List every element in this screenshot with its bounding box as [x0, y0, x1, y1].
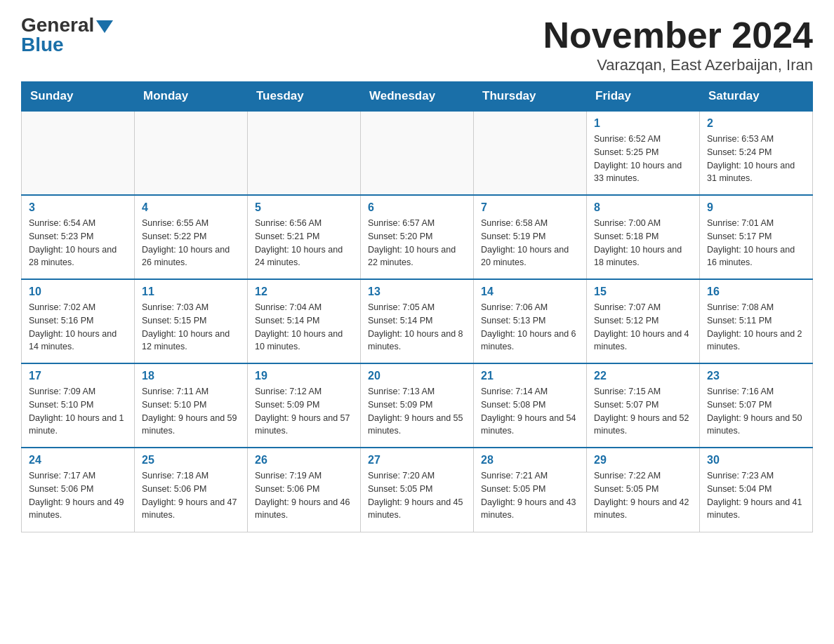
- day-info: Sunrise: 7:08 AMSunset: 5:11 PMDaylight:…: [707, 301, 805, 354]
- day-number: 26: [255, 454, 353, 467]
- calendar-cell: 28Sunrise: 7:21 AMSunset: 5:05 PMDayligh…: [474, 448, 587, 532]
- day-number: 8: [594, 201, 692, 214]
- day-header-sunday: Sunday: [22, 82, 135, 112]
- day-number: 20: [368, 370, 466, 382]
- day-info: Sunrise: 7:22 AMSunset: 5:05 PMDaylight:…: [594, 469, 692, 522]
- day-number: 5: [255, 201, 353, 214]
- calendar-cell: 8Sunrise: 7:00 AMSunset: 5:18 PMDaylight…: [587, 195, 700, 279]
- day-number: 17: [29, 370, 127, 382]
- day-info: Sunrise: 6:53 AMSunset: 5:24 PMDaylight:…: [707, 133, 805, 185]
- calendar-cell: 25Sunrise: 7:18 AMSunset: 5:06 PMDayligh…: [135, 448, 248, 532]
- day-header-saturday: Saturday: [700, 82, 813, 112]
- logo: General Blue: [21, 14, 113, 56]
- day-info: Sunrise: 7:06 AMSunset: 5:13 PMDaylight:…: [481, 301, 579, 354]
- calendar-cell: [474, 111, 587, 195]
- day-number: 27: [368, 454, 466, 467]
- calendar-table: SundayMondayTuesdayWednesdayThursdayFrid…: [21, 81, 813, 532]
- day-number: 4: [142, 201, 240, 214]
- calendar-cell: [361, 111, 474, 195]
- day-header-tuesday: Tuesday: [248, 82, 361, 112]
- day-number: 1: [594, 117, 692, 130]
- calendar-cell: 18Sunrise: 7:11 AMSunset: 5:10 PMDayligh…: [135, 363, 248, 448]
- day-info: Sunrise: 6:54 AMSunset: 5:23 PMDaylight:…: [29, 217, 127, 269]
- calendar-cell: 10Sunrise: 7:02 AMSunset: 5:16 PMDayligh…: [22, 279, 135, 363]
- day-info: Sunrise: 7:13 AMSunset: 5:09 PMDaylight:…: [368, 385, 466, 438]
- day-number: 28: [481, 454, 579, 467]
- calendar-cell: 16Sunrise: 7:08 AMSunset: 5:11 PMDayligh…: [700, 279, 813, 363]
- calendar-cell: 3Sunrise: 6:54 AMSunset: 5:23 PMDaylight…: [22, 195, 135, 279]
- calendar-cell: 11Sunrise: 7:03 AMSunset: 5:15 PMDayligh…: [135, 279, 248, 363]
- day-info: Sunrise: 7:04 AMSunset: 5:14 PMDaylight:…: [255, 301, 353, 354]
- day-info: Sunrise: 7:01 AMSunset: 5:17 PMDaylight:…: [707, 217, 805, 269]
- logo-arrow-icon: [96, 20, 113, 33]
- week-row-2: 3Sunrise: 6:54 AMSunset: 5:23 PMDaylight…: [22, 195, 813, 279]
- day-number: 12: [255, 286, 353, 298]
- day-info: Sunrise: 7:17 AMSunset: 5:06 PMDaylight:…: [29, 469, 127, 522]
- day-number: 21: [481, 370, 579, 382]
- calendar-cell: 2Sunrise: 6:53 AMSunset: 5:24 PMDaylight…: [700, 111, 813, 195]
- calendar-cell: 30Sunrise: 7:23 AMSunset: 5:04 PMDayligh…: [700, 448, 813, 532]
- day-number: 13: [368, 286, 466, 298]
- day-number: 10: [29, 286, 127, 298]
- calendar-cell: [22, 111, 135, 195]
- page-header: General Blue November 2024 Varazqan, Eas…: [21, 14, 813, 74]
- calendar-cell: 21Sunrise: 7:14 AMSunset: 5:08 PMDayligh…: [474, 363, 587, 448]
- day-number: 7: [481, 201, 579, 214]
- week-row-4: 17Sunrise: 7:09 AMSunset: 5:10 PMDayligh…: [22, 363, 813, 448]
- day-info: Sunrise: 7:20 AMSunset: 5:05 PMDaylight:…: [368, 469, 466, 522]
- day-number: 6: [368, 201, 466, 214]
- calendar-cell: 19Sunrise: 7:12 AMSunset: 5:09 PMDayligh…: [248, 363, 361, 448]
- day-info: Sunrise: 7:07 AMSunset: 5:12 PMDaylight:…: [594, 301, 692, 354]
- day-info: Sunrise: 6:58 AMSunset: 5:19 PMDaylight:…: [481, 217, 579, 269]
- day-info: Sunrise: 7:12 AMSunset: 5:09 PMDaylight:…: [255, 385, 353, 438]
- day-header-friday: Friday: [587, 82, 700, 112]
- day-info: Sunrise: 7:00 AMSunset: 5:18 PMDaylight:…: [594, 217, 692, 269]
- calendar-cell: [135, 111, 248, 195]
- day-info: Sunrise: 7:14 AMSunset: 5:08 PMDaylight:…: [481, 385, 579, 438]
- day-number: 18: [142, 370, 240, 382]
- calendar-cell: 27Sunrise: 7:20 AMSunset: 5:05 PMDayligh…: [361, 448, 474, 532]
- calendar-cell: 4Sunrise: 6:55 AMSunset: 5:22 PMDaylight…: [135, 195, 248, 279]
- title-block: November 2024 Varazqan, East Azerbaijan,…: [543, 14, 813, 74]
- calendar-cell: 1Sunrise: 6:52 AMSunset: 5:25 PMDaylight…: [587, 111, 700, 195]
- calendar-cell: 14Sunrise: 7:06 AMSunset: 5:13 PMDayligh…: [474, 279, 587, 363]
- day-info: Sunrise: 7:05 AMSunset: 5:14 PMDaylight:…: [368, 301, 466, 354]
- calendar-body: 1Sunrise: 6:52 AMSunset: 5:25 PMDaylight…: [22, 111, 813, 532]
- day-info: Sunrise: 7:03 AMSunset: 5:15 PMDaylight:…: [142, 301, 240, 354]
- day-number: 30: [707, 454, 805, 467]
- day-info: Sunrise: 7:18 AMSunset: 5:06 PMDaylight:…: [142, 469, 240, 522]
- day-number: 22: [594, 370, 692, 382]
- day-info: Sunrise: 7:02 AMSunset: 5:16 PMDaylight:…: [29, 301, 127, 354]
- day-info: Sunrise: 7:19 AMSunset: 5:06 PMDaylight:…: [255, 469, 353, 522]
- day-number: 15: [594, 286, 692, 298]
- day-number: 16: [707, 286, 805, 298]
- calendar-cell: 9Sunrise: 7:01 AMSunset: 5:17 PMDaylight…: [700, 195, 813, 279]
- calendar-cell: 29Sunrise: 7:22 AMSunset: 5:05 PMDayligh…: [587, 448, 700, 532]
- day-header-monday: Monday: [135, 82, 248, 112]
- day-number: 29: [594, 454, 692, 467]
- day-info: Sunrise: 6:55 AMSunset: 5:22 PMDaylight:…: [142, 217, 240, 269]
- calendar-cell: 13Sunrise: 7:05 AMSunset: 5:14 PMDayligh…: [361, 279, 474, 363]
- calendar-header: SundayMondayTuesdayWednesdayThursdayFrid…: [22, 82, 813, 112]
- logo-blue-text: Blue: [21, 34, 64, 56]
- day-number: 24: [29, 454, 127, 467]
- day-info: Sunrise: 6:52 AMSunset: 5:25 PMDaylight:…: [594, 133, 692, 185]
- calendar-cell: 23Sunrise: 7:16 AMSunset: 5:07 PMDayligh…: [700, 363, 813, 448]
- week-row-5: 24Sunrise: 7:17 AMSunset: 5:06 PMDayligh…: [22, 448, 813, 532]
- day-info: Sunrise: 7:16 AMSunset: 5:07 PMDaylight:…: [707, 385, 805, 438]
- day-info: Sunrise: 7:11 AMSunset: 5:10 PMDaylight:…: [142, 385, 240, 438]
- day-header-thursday: Thursday: [474, 82, 587, 112]
- day-number: 19: [255, 370, 353, 382]
- day-number: 2: [707, 117, 805, 130]
- day-number: 11: [142, 286, 240, 298]
- calendar-cell: 12Sunrise: 7:04 AMSunset: 5:14 PMDayligh…: [248, 279, 361, 363]
- day-header-wednesday: Wednesday: [361, 82, 474, 112]
- calendar-cell: 26Sunrise: 7:19 AMSunset: 5:06 PMDayligh…: [248, 448, 361, 532]
- calendar-cell: 15Sunrise: 7:07 AMSunset: 5:12 PMDayligh…: [587, 279, 700, 363]
- calendar-cell: 6Sunrise: 6:57 AMSunset: 5:20 PMDaylight…: [361, 195, 474, 279]
- day-info: Sunrise: 7:09 AMSunset: 5:10 PMDaylight:…: [29, 385, 127, 438]
- day-number: 25: [142, 454, 240, 467]
- calendar-subtitle: Varazqan, East Azerbaijan, Iran: [543, 56, 813, 74]
- calendar-cell: 7Sunrise: 6:58 AMSunset: 5:19 PMDaylight…: [474, 195, 587, 279]
- day-number: 23: [707, 370, 805, 382]
